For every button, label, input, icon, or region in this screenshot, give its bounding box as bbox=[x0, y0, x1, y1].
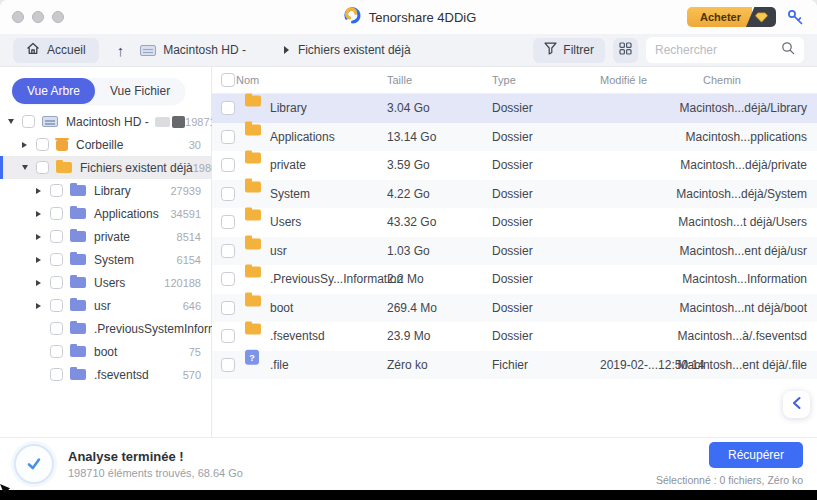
row-checkbox[interactable] bbox=[221, 158, 235, 172]
file-table: Nom Taille Type Modifié le Chemin Librar… bbox=[212, 67, 817, 437]
row-checkbox[interactable] bbox=[221, 301, 235, 315]
expand-arrow-icon[interactable] bbox=[36, 280, 44, 286]
expand-arrow-icon[interactable] bbox=[36, 257, 44, 263]
row-checkbox[interactable] bbox=[221, 215, 235, 229]
file-row[interactable]: Users43.32 GoDossierMacintosh...t déjà/U… bbox=[212, 208, 817, 237]
file-row[interactable]: System4.22 GoDossierMacintosh...déjà/Sys… bbox=[212, 180, 817, 209]
tree-item[interactable]: usr646 bbox=[0, 294, 211, 317]
column-header-type[interactable]: Type bbox=[492, 74, 516, 86]
file-row[interactable]: usr1.03 GoDossierMacintosh...ent déjà/us… bbox=[212, 237, 817, 266]
tree-item[interactable]: Applications34591 bbox=[0, 202, 211, 225]
tree-item-checkbox[interactable] bbox=[50, 276, 63, 289]
tree-item-checkbox[interactable] bbox=[50, 207, 63, 220]
collapse-arrow-icon[interactable] bbox=[22, 165, 30, 170]
tree-item-checkbox[interactable] bbox=[22, 115, 35, 128]
filter-button[interactable]: Filtrer bbox=[533, 38, 605, 63]
expand-arrow-icon[interactable] bbox=[22, 142, 30, 148]
breadcrumb[interactable]: Fichiers existent déjà bbox=[284, 43, 411, 57]
row-checkbox[interactable] bbox=[221, 187, 235, 201]
file-row[interactable]: boot269.4 MoDossierMacintosh...nt déjà/b… bbox=[212, 294, 817, 323]
column-header-size[interactable]: Taille bbox=[387, 74, 412, 86]
tree-item[interactable]: Library27939 bbox=[0, 179, 211, 202]
collapse-arrow-icon[interactable] bbox=[8, 119, 16, 124]
file-size: 13.14 Go bbox=[387, 130, 436, 144]
tree-item-checkbox[interactable] bbox=[50, 322, 63, 335]
folder-icon bbox=[245, 181, 261, 192]
file-row[interactable]: .fseventsd23.9 MoDossierMacintosh...à/.f… bbox=[212, 322, 817, 351]
drive-selector[interactable]: Macintosh HD - bbox=[140, 43, 246, 57]
tree-item[interactable]: System6154 bbox=[0, 248, 211, 271]
tree-item-count: 30 bbox=[189, 139, 211, 151]
tree-item-label: Corbeille bbox=[76, 138, 123, 152]
file-row[interactable]: Library3.04 GoDossierMacintosh...déjà/Li… bbox=[212, 94, 817, 123]
tree-item-checkbox[interactable] bbox=[50, 184, 63, 197]
file-type: Dossier bbox=[492, 272, 533, 286]
scan-status-title: Analyse terminée ! bbox=[68, 449, 243, 464]
tree-item-checkbox[interactable] bbox=[50, 345, 63, 358]
register-key-icon[interactable] bbox=[786, 8, 805, 27]
tree-item[interactable]: Users120188 bbox=[0, 271, 211, 294]
file-row[interactable]: Applications13.14 GoDossierMacintosh...p… bbox=[212, 123, 817, 152]
tree-item[interactable]: Macintosh HD - 198710 bbox=[0, 110, 211, 133]
selection-summary: Sélectionné : 0 fichiers, Zéro ko bbox=[656, 474, 803, 486]
buy-button[interactable]: Acheter bbox=[687, 7, 776, 27]
close-window-button[interactable] bbox=[12, 11, 24, 23]
breadcrumb-arrow-icon bbox=[284, 46, 289, 54]
scan-status-detail: 198710 éléments trouvés, 68.64 Go bbox=[68, 467, 243, 479]
mouse-cursor bbox=[0, 481, 11, 499]
tree-item-checkbox[interactable] bbox=[50, 368, 63, 381]
tree-item-checkbox[interactable] bbox=[50, 299, 63, 312]
tree-item[interactable]: boot75 bbox=[0, 340, 211, 363]
dock-strip bbox=[0, 490, 817, 500]
file-name: private bbox=[270, 158, 306, 172]
tree-item[interactable]: private8514 bbox=[0, 225, 211, 248]
row-checkbox[interactable] bbox=[221, 130, 235, 144]
tree-item-label: Fichiers existent déjà bbox=[80, 161, 193, 175]
minimize-window-button[interactable] bbox=[32, 11, 44, 23]
tree-item-checkbox[interactable] bbox=[50, 253, 63, 266]
tree-item[interactable]: Fichiers existent déjà198680 bbox=[0, 156, 211, 179]
file-row[interactable]: private3.59 GoDossierMacintosh...déjà/pr… bbox=[212, 151, 817, 180]
row-checkbox[interactable] bbox=[221, 358, 235, 372]
tree-item[interactable]: .fseventsd570 bbox=[0, 363, 211, 386]
file-name: .file bbox=[270, 358, 289, 372]
up-level-button[interactable]: ↑ bbox=[117, 42, 125, 59]
file-size: 269.4 Mo bbox=[387, 301, 437, 315]
titlebar: Tenorshare 4DDiG Acheter bbox=[0, 0, 817, 34]
search-input[interactable] bbox=[655, 43, 781, 57]
tree-item-checkbox[interactable] bbox=[50, 230, 63, 243]
folder-icon bbox=[245, 124, 261, 135]
row-checkbox[interactable] bbox=[221, 329, 235, 343]
tab-tree-view[interactable]: Vue Arbre bbox=[12, 78, 95, 104]
expand-arrow-icon[interactable] bbox=[36, 188, 44, 194]
row-checkbox[interactable] bbox=[221, 244, 235, 258]
tree-item[interactable]: Corbeille30 bbox=[0, 133, 211, 156]
search-icon[interactable] bbox=[781, 41, 795, 59]
expand-arrow-icon[interactable] bbox=[36, 303, 44, 309]
row-checkbox[interactable] bbox=[221, 101, 235, 115]
view-grid-button[interactable] bbox=[613, 38, 638, 63]
tab-file-view[interactable]: Vue Fichier bbox=[95, 78, 185, 104]
sidebar: Vue Arbre Vue Fichier Macintosh HD - 198… bbox=[0, 67, 212, 437]
file-row[interactable]: .PreviousSy...Information2.2 MoDossierMa… bbox=[212, 265, 817, 294]
select-all-checkbox[interactable] bbox=[221, 73, 235, 87]
column-header-modified[interactable]: Modifié le bbox=[600, 74, 647, 86]
zoom-window-button[interactable] bbox=[52, 11, 64, 23]
unknown-file-icon bbox=[245, 357, 259, 373]
column-header-name[interactable]: Nom bbox=[236, 74, 259, 86]
column-header-path[interactable]: Chemin bbox=[703, 74, 741, 86]
file-row[interactable]: .fileZéro koFichier2019-02-...12:50:14Ma… bbox=[212, 351, 817, 380]
tree-item[interactable]: .PreviousSystemInform...2 bbox=[0, 317, 211, 340]
folder-icon bbox=[245, 158, 261, 172]
chevron-left-icon bbox=[791, 396, 803, 413]
expand-arrow-icon[interactable] bbox=[36, 234, 44, 240]
expand-preview-button[interactable] bbox=[783, 391, 810, 418]
status-bar: Analyse terminée ! 198710 éléments trouv… bbox=[0, 437, 817, 490]
row-checkbox[interactable] bbox=[221, 272, 235, 286]
recover-button[interactable]: Récupérer bbox=[709, 442, 803, 468]
expand-arrow-icon[interactable] bbox=[36, 211, 44, 217]
trash-icon bbox=[56, 140, 68, 151]
home-button[interactable]: Accueil bbox=[13, 38, 99, 63]
tree-item-checkbox[interactable] bbox=[36, 161, 49, 174]
tree-item-checkbox[interactable] bbox=[36, 138, 49, 151]
